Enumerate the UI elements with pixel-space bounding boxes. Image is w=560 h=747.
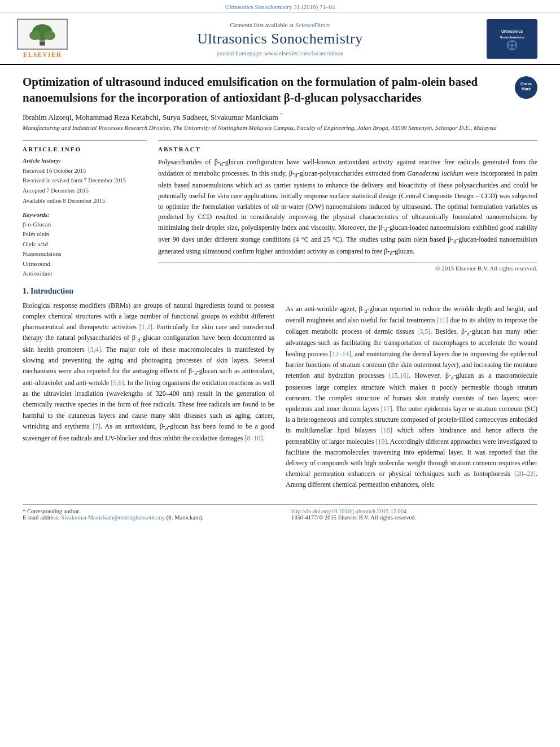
keyword-1: β-o-Glucan: [23, 220, 147, 229]
email-address[interactable]: Sivakumar.Manickam@nottingham.edu.my: [61, 514, 165, 521]
accepted-date: Accepted 7 December 2015: [23, 186, 147, 195]
keyword-4: Nanoemulsions: [23, 249, 147, 259]
crossmark-icon: Cross Mark: [516, 77, 536, 98]
email-note: (S. Manickam).: [167, 514, 204, 521]
article-info-heading: ARTICLE INFO: [23, 146, 147, 152]
email-label: E-mail address:: [23, 514, 60, 521]
available-date: Available online 8 December 2015: [23, 196, 147, 206]
crossmark-badge: Cross Mark: [515, 76, 537, 99]
journal-logo-text: Ultrasonics Sonochemistry: [492, 23, 532, 55]
intro-heading: 1. Introduction: [23, 287, 274, 296]
abstract-column: ABSTRACT Polysaccharides of β-d-glucan c…: [158, 141, 537, 279]
keywords-label: Keywords:: [23, 211, 147, 218]
email-line: E-mail address: Sivakumar.Manickam@notti…: [23, 514, 269, 521]
journal-center-info: Contents lists available at ScienceDirec…: [73, 21, 487, 56]
authors-line: Ibrahim Alzorqi, Mohammad Reza Ketabchi,…: [23, 112, 537, 122]
intro-left-column: 1. Introduction Biological response modi…: [23, 287, 274, 496]
affiliation-text: Manufacturing and Industrial Processes R…: [23, 124, 537, 132]
authors-text: Ibrahim Alzorqi, Mohammad Reza Ketabchi,…: [23, 112, 278, 121]
intro-paragraph-1: Biological response modifiers (BRMs) are…: [23, 300, 274, 444]
svg-text:Mark: Mark: [522, 87, 531, 91]
sciencedirect-line: Contents lists available at ScienceDirec…: [73, 21, 487, 28]
keyword-6: Antioxidant: [23, 269, 147, 278]
keyword-3: Oleic acid: [23, 239, 147, 249]
corresponding-note: * Corresponding author.: [23, 508, 269, 514]
svg-point-2: [29, 31, 41, 40]
intro-paragraph-right-1: As an anti-wrinkle agent, β-d-glucan rep…: [286, 304, 537, 491]
footnote-block: * Corresponding author. E-mail address: …: [23, 508, 269, 521]
journal-homepage: journal homepage: www.elsevier.com/locat…: [73, 50, 487, 56]
abstract-heading: ABSTRACT: [158, 146, 537, 152]
svg-text:Cross: Cross: [520, 82, 532, 86]
intro-right-column: As an anti-wrinkle agent, β-d-glucan rep…: [286, 287, 537, 496]
main-content: Optimization of ultrasound induced emuls…: [0, 65, 560, 526]
issn-text: 1350-4177/© 2015 Elsevier B.V. All right…: [291, 514, 537, 521]
homepage-url[interactable]: www.elsevier.com/locate/ultson: [264, 50, 343, 56]
article-title-section: Optimization of ultrasound induced emuls…: [23, 74, 537, 106]
journal-citation-bar: Ultrasonics Sonochemistry 31 (2016) 71–8…: [0, 0, 560, 13]
journal-logo-right: Ultrasonics Sonochemistry: [487, 19, 537, 59]
doi-link[interactable]: http://dx.doi.org/10.1016/j.ultsonch.201…: [291, 508, 537, 514]
article-info-column: ARTICLE INFO Article history: Received 1…: [23, 141, 147, 279]
article-title: Optimization of ultrasound induced emuls…: [23, 74, 515, 106]
us-journal-icon: Ultrasonics Sonochemistry: [492, 23, 532, 54]
article-info-abstract: ARTICLE INFO Article history: Received 1…: [23, 141, 537, 279]
svg-point-3: [44, 31, 55, 40]
introduction-section: 1. Introduction Biological response modi…: [23, 287, 537, 496]
sciencedirect-link[interactable]: ScienceDirect: [295, 21, 330, 28]
keyword-2: Palm olein: [23, 229, 147, 239]
svg-rect-4: [40, 42, 45, 45]
homepage-label: journal homepage:: [216, 50, 264, 56]
elsevier-logo: ELSEVIER: [11, 19, 73, 59]
keyword-5: Ultrasound: [23, 259, 147, 269]
elsevier-logo-image: [17, 19, 68, 50]
footer-section: * Corresponding author. E-mail address: …: [23, 504, 537, 521]
svg-text:Sonochemistry: Sonochemistry: [500, 36, 524, 39]
corresponding-mark: *: [280, 112, 283, 117]
contents-text: Contents lists available at: [230, 21, 294, 28]
svg-text:Ultrasonics: Ultrasonics: [501, 29, 523, 33]
abstract-text: Polysaccharides of β-d-glucan configurat…: [158, 157, 537, 258]
received-date: Received 16 October 2015: [23, 167, 147, 176]
journal-header: ELSEVIER Contents lists available at Sci…: [0, 13, 560, 65]
elsevier-tree-icon: [23, 21, 62, 48]
keywords-section: Keywords: β-o-Glucan Palm olein Oleic ac…: [23, 211, 147, 278]
journal-title: Ultrasonics Sonochemistry: [73, 30, 487, 47]
doi-issn-block: http://dx.doi.org/10.1016/j.ultsonch.201…: [291, 508, 537, 521]
revised-date: Received in revised form 7 December 2015: [23, 176, 147, 185]
copyright-text: © 2015 Elsevier B.V. All rights reserved…: [158, 262, 537, 272]
article-history-label: Article history:: [23, 157, 147, 164]
elsevier-brand-name: ELSEVIER: [23, 51, 62, 59]
journal-citation-text: Ultrasonics Sonochemistry 31 (2016) 71–8…: [225, 3, 335, 10]
